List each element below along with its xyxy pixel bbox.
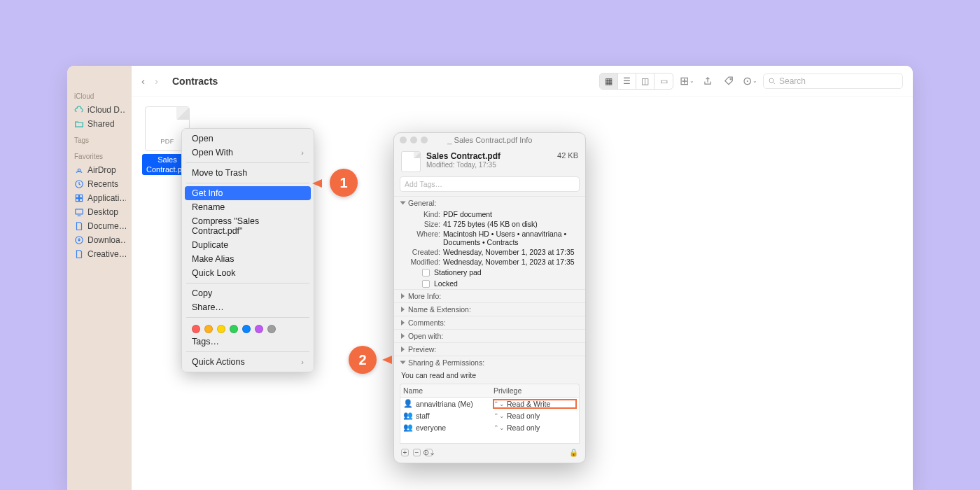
privilege-select-staff[interactable]: ⌃⌄Read only xyxy=(493,412,576,420)
info-window-title: ⎯ Sales Contract.pdf Info xyxy=(394,136,585,144)
info-kind: PDF document xyxy=(443,210,578,218)
tag-color-dot[interactable] xyxy=(242,325,251,333)
sidebar-item-documents[interactable]: Docume… xyxy=(73,219,126,233)
cm-make-alias[interactable]: Make Alias xyxy=(182,252,314,266)
permission-action-button[interactable]: ⊙⌄ xyxy=(425,449,433,456)
view-icon-button[interactable]: ▦ xyxy=(600,74,618,89)
tags-button[interactable] xyxy=(721,74,736,89)
info-file-thumb xyxy=(401,151,421,172)
cm-move-to-trash[interactable]: Move to Trash xyxy=(182,166,314,180)
finder-sidebar: iCloud iCloud D… Shared Tags Favorites A… xyxy=(67,66,132,490)
info-locked-checkbox[interactable]: Locked xyxy=(394,278,585,289)
person-icon: 👤 xyxy=(403,399,413,408)
callout-2: 2 xyxy=(349,346,377,374)
tag-color-dot[interactable] xyxy=(192,325,200,333)
file-ext-badge: PDF xyxy=(160,138,174,145)
section-preview[interactable]: Preview: xyxy=(394,342,585,356)
cm-separator xyxy=(186,317,309,318)
cm-duplicate[interactable]: Duplicate xyxy=(182,238,314,252)
disclosure-triangle-icon xyxy=(401,307,405,312)
back-button[interactable]: ‹ xyxy=(141,75,145,87)
document-icon xyxy=(74,221,84,231)
disclosure-triangle-icon xyxy=(401,320,405,326)
cm-rename[interactable]: Rename xyxy=(182,200,314,214)
cm-quick-look[interactable]: Quick Look xyxy=(182,266,314,280)
permissions-row-staff[interactable]: 👥staff ⌃⌄Read only xyxy=(400,410,579,421)
sidebar-item-airdrop[interactable]: AirDrop xyxy=(73,163,126,177)
action-menu-button[interactable]: ⊙⌄ xyxy=(742,74,757,89)
info-where: Macintosh HD • Users • annavitriana • Do… xyxy=(443,230,578,246)
cm-tag-colors[interactable] xyxy=(182,321,314,335)
chevron-right-icon: › xyxy=(301,148,304,157)
sidebar-item-downloads[interactable]: Downloa… xyxy=(73,233,126,247)
callout-arrow-2 xyxy=(382,356,392,364)
cm-tags[interactable]: Tags… xyxy=(182,335,314,349)
sidebar-item-shared[interactable]: Shared xyxy=(73,117,126,131)
info-modified: Wednesday, November 1, 2023 at 17:35 xyxy=(443,258,578,266)
view-column-button[interactable]: ◫ xyxy=(636,74,654,89)
sidebar-item-desktop[interactable]: Desktop xyxy=(73,205,126,219)
share-button[interactable] xyxy=(700,74,715,89)
privilege-select-everyone[interactable]: ⌃⌄Read only xyxy=(493,424,576,432)
info-size: 41 725 bytes (45 KB on disk) xyxy=(443,220,578,228)
add-permission-button[interactable]: + xyxy=(401,449,409,456)
permissions-row-owner[interactable]: 👤annavitriana (Me) ⌃⌄Read & Write xyxy=(400,398,579,410)
info-file-modified: Modified: Today, 17:35 xyxy=(426,161,500,169)
sidebar-item-recents[interactable]: Recents xyxy=(73,177,126,191)
context-menu: Open Open With› Move to Trash Get Info R… xyxy=(181,128,314,372)
tag-color-dot[interactable] xyxy=(267,325,276,333)
section-general[interactable]: General: xyxy=(394,196,585,209)
cm-compress[interactable]: Compress "Sales Contract.pdf" xyxy=(182,214,314,238)
cm-quick-actions[interactable]: Quick Actions› xyxy=(182,355,314,369)
disclosure-triangle-icon xyxy=(401,293,405,299)
cm-separator xyxy=(186,351,309,352)
tag-color-dot[interactable] xyxy=(217,325,225,333)
lock-icon[interactable]: 🔒 xyxy=(569,448,578,457)
search-field[interactable]: Search xyxy=(763,74,903,89)
tag-icon xyxy=(724,76,734,86)
popup-indicator-icon: ⌃⌄ xyxy=(493,424,505,431)
svg-point-0 xyxy=(78,169,80,172)
cm-get-info[interactable]: Get Info xyxy=(185,186,311,200)
info-titlebar[interactable]: ⎯ Sales Contract.pdf Info xyxy=(394,133,585,147)
get-info-window: ⎯ Sales Contract.pdf Info Sales Contract… xyxy=(393,132,586,463)
info-tags-field[interactable]: Add Tags… xyxy=(400,176,580,192)
section-comments[interactable]: Comments: xyxy=(394,316,585,329)
tag-color-dot[interactable] xyxy=(204,325,213,333)
view-list-button[interactable]: ☰ xyxy=(618,74,636,89)
info-file-size: 42 KB xyxy=(557,151,578,160)
remove-permission-button[interactable]: − xyxy=(413,449,421,456)
info-file-name: Sales Contract.pdf xyxy=(426,151,500,161)
permissions-table: Name Privilege 👤annavitriana (Me) ⌃⌄Read… xyxy=(400,384,580,444)
privilege-select-owner[interactable]: ⌃⌄Read & Write xyxy=(493,400,576,408)
sidebar-section-tags: Tags xyxy=(73,131,126,147)
forward-button[interactable]: › xyxy=(155,75,158,87)
section-sharing[interactable]: Sharing & Permissions: xyxy=(394,356,585,369)
cm-share[interactable]: Share… xyxy=(182,300,314,314)
sidebar-item-applications[interactable]: Applicati… xyxy=(73,191,126,205)
share-icon xyxy=(703,76,713,86)
section-open-with[interactable]: Open with: xyxy=(394,329,585,342)
airdrop-icon xyxy=(74,165,84,175)
permissions-row-everyone[interactable]: 👥everyone ⌃⌄Read only xyxy=(400,421,579,433)
folder-shared-icon xyxy=(74,119,84,129)
location-title: Contracts xyxy=(172,76,218,87)
cm-open-with[interactable]: Open With› xyxy=(182,146,314,160)
callout-1: 1 xyxy=(330,169,358,197)
section-more-info[interactable]: More Info: xyxy=(394,289,585,302)
sidebar-item-creative[interactable]: Creative… xyxy=(73,247,126,261)
disclosure-triangle-icon xyxy=(400,361,406,365)
section-name-extension[interactable]: Name & Extension: xyxy=(394,302,585,316)
applications-icon xyxy=(74,193,84,203)
sidebar-section-icloud: iCloud xyxy=(73,87,126,103)
cm-copy[interactable]: Copy xyxy=(182,286,314,300)
view-gallery-button[interactable]: ▭ xyxy=(654,74,673,89)
finder-toolbar: ‹ › Contracts ▦ ☰ ◫ ▭ ⊞⌄ ⊙⌄ Search xyxy=(132,66,913,97)
tag-color-dot[interactable] xyxy=(230,325,238,333)
info-stationery-checkbox[interactable]: Stationery pad xyxy=(394,267,585,278)
cm-open[interactable]: Open xyxy=(182,132,314,146)
sidebar-item-icloud-drive[interactable]: iCloud D… xyxy=(73,103,126,117)
clock-icon xyxy=(74,179,84,189)
group-by-button[interactable]: ⊞⌄ xyxy=(679,74,694,89)
tag-color-dot[interactable] xyxy=(255,325,263,333)
